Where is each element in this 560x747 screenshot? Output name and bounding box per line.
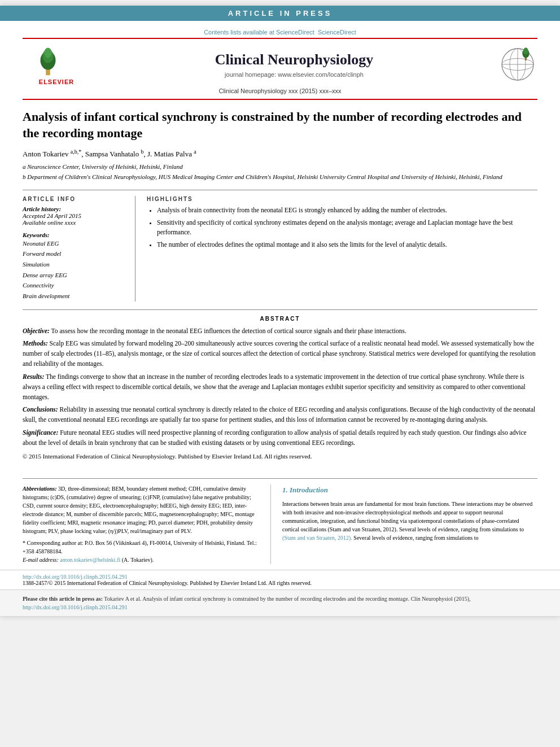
doi-link[interactable]: http://dx.doi.org/10.1016/j.clinph.2015.… [23, 574, 128, 580]
intro-text: Interactions between brain areas are fun… [282, 500, 537, 542]
objective-text: To assess how the recording montage in t… [51, 327, 406, 334]
abbreviations-body: 3D, three-dimensional; BEM, boundary ele… [23, 486, 255, 534]
journal-logo-row: ELSEVIER Clinical Neurophysiology journa… [23, 41, 537, 88]
email-label: E-mail address: [23, 557, 59, 563]
keyword-6: Brain development [23, 291, 127, 302]
page: ARTICLE IN PRESS Contents lists availabl… [0, 6, 560, 616]
email-line: E-mail address: anton.tokariev@helsinki.… [23, 556, 261, 564]
affiliation-b: b Department of Children's Clinical Neur… [23, 172, 537, 182]
history-label: Article history: [23, 206, 127, 212]
abstract-section: ABSTRACT Objective: To assess how the re… [23, 309, 537, 461]
abstract-results: Results: The findings converge to show t… [23, 372, 537, 402]
highlights-column: HIGHLIGHTS Analysis of brain connectivit… [147, 196, 537, 302]
corresponding-author: * Corresponding author at: P.O. Box 56 (… [23, 539, 261, 556]
sciencedirect-link[interactable]: ScienceDirect [318, 29, 356, 36]
email-link[interactable]: anton.tokariev@helsinki.fi [60, 557, 120, 563]
abstract-text: Objective: To assess how the recording m… [23, 326, 537, 461]
keyword-1: Neonatal EEG [23, 238, 127, 249]
conclusions-label: Conclusions: [23, 406, 58, 413]
cite-doi-link[interactable]: http://dx.doi.org/10.1016/j.clinph.2015.… [23, 604, 128, 610]
authors-line: Anton Tokariev a,b,*, Sampsa Vanhatalo b… [23, 148, 537, 158]
footnote-right: 1. Introduction Interactions between bra… [282, 484, 537, 564]
issn-text: 1388-2457/© 2015 International Federatio… [23, 580, 312, 586]
article-in-press-banner: ARTICLE IN PRESS [0, 6, 560, 21]
footnote-row: Abbreviations: 3D, three-dimensional; BE… [0, 479, 560, 570]
abstract-label: ABSTRACT [23, 316, 537, 322]
svg-point-3 [44, 48, 52, 58]
corresponding-label: * Corresponding author at: [23, 540, 83, 546]
article-content: Analysis of infant cortical synchrony is… [0, 100, 560, 478]
results-text: The findings converge to show that an in… [23, 373, 526, 400]
significance-label: Significance: [23, 429, 58, 436]
affiliation-a: a Neuroscience Center, University of Hel… [23, 162, 537, 172]
journal-subtitle: Contents lists available at ScienceDirec… [23, 25, 537, 38]
author-palva: J. Matias Palva a [147, 150, 196, 158]
cite-label: Please cite this article in press as: [23, 596, 103, 602]
abstract-objective: Objective: To assess how the recording m… [23, 326, 537, 337]
results-label: Results: [23, 373, 44, 380]
stam-link: (Stam and van Straaten, 2012). [282, 535, 352, 541]
journal-header: Contents lists available at ScienceDirec… [0, 21, 560, 100]
abstract-methods: Methods: Scalp EEG was simulated by forw… [23, 339, 537, 369]
abstract-significance: Significance: Future neonatal EEG studie… [23, 428, 537, 448]
globe-icon [498, 45, 537, 84]
author-vanhatalo: Sampsa Vanhatalo b, [85, 150, 146, 158]
significance-text: Future neonatal EEG studies will need pr… [23, 429, 527, 446]
accepted-date: Accepted 24 April 2015 [23, 212, 127, 219]
journal-volume: Clinical Neurophysiology xxx (2015) xxx–… [23, 88, 537, 97]
objective-label: Objective: [23, 327, 50, 334]
journal-title-center: Clinical Neurophysiology journal homepag… [90, 51, 498, 77]
journal-title: Clinical Neurophysiology [90, 51, 498, 68]
methods-label: Methods: [23, 340, 48, 347]
keywords-label: Keywords: [23, 231, 127, 238]
methods-text: Scalp EEG was simulated by forward model… [23, 340, 536, 367]
highlight-3: The number of electrodes defines the opt… [157, 240, 537, 250]
elsevier-logo: ELSEVIER [23, 43, 90, 85]
doi-section: http://dx.doi.org/10.1016/j.clinph.2015.… [0, 570, 560, 589]
cite-box: Please cite this article in press as: To… [0, 589, 560, 616]
keyword-2: Forward model [23, 248, 127, 259]
abstract-conclusions: Conclusions: Reliability in assessing tr… [23, 405, 537, 425]
article-history: Article history: Accepted 24 April 2015 … [23, 206, 127, 226]
article-title: Analysis of infant cortical synchrony is… [23, 109, 537, 141]
available-online: Available online xxxx [23, 219, 127, 226]
conclusions-text: Reliability in assessing true neonatal c… [23, 406, 535, 423]
email-suffix: (A. Tokariev). [122, 557, 154, 563]
svg-point-11 [523, 47, 528, 54]
journal-homepage: journal homepage: www.elsevier.com/locat… [90, 71, 498, 78]
keywords-section: Keywords: Neonatal EEG Forward model Sim… [23, 231, 127, 302]
keyword-3: Simulation [23, 259, 127, 270]
highlights-label: HIGHLIGHTS [147, 196, 537, 202]
article-info-column: ARTICLE INFO Article history: Accepted 2… [23, 196, 135, 302]
affiliations: a Neuroscience Center, University of Hel… [23, 162, 537, 182]
two-col-section: ARTICLE INFO Article history: Accepted 2… [23, 190, 537, 302]
copyright-text: © 2015 International Federation of Clini… [23, 452, 537, 461]
keywords-list: Neonatal EEG Forward model Simulation De… [23, 238, 127, 302]
highlights-list: Analysis of brain connectivity from the … [147, 206, 537, 250]
banner-text: ARTICLE IN PRESS [228, 9, 333, 18]
header-divider-top [23, 38, 537, 39]
cite-text: Tokariev A et al. Analysis of infant cor… [104, 596, 470, 602]
highlight-2: Sensitivity and specificity of cortical … [157, 218, 537, 238]
keyword-5: Connectivity [23, 280, 127, 291]
footnote-left: Abbreviations: 3D, three-dimensional; BE… [23, 484, 271, 564]
elsevier-wordmark: ELSEVIER [39, 78, 74, 85]
elsevier-tree-icon [40, 43, 73, 77]
article-info-label: ARTICLE INFO [23, 196, 127, 202]
abbreviations-text: Abbreviations: 3D, three-dimensional; BE… [23, 484, 261, 535]
intro-continuation: Several levels of evidence, ranging from… [353, 535, 478, 541]
abbreviations-label: Abbreviations: [23, 486, 57, 492]
author-tokariev: Anton Tokariev a,b,*, [23, 150, 83, 158]
intro-heading: 1. Introduction [282, 484, 537, 496]
keyword-4: Dense array EEG [23, 270, 127, 281]
highlight-1: Analysis of brain connectivity from the … [157, 206, 537, 215]
